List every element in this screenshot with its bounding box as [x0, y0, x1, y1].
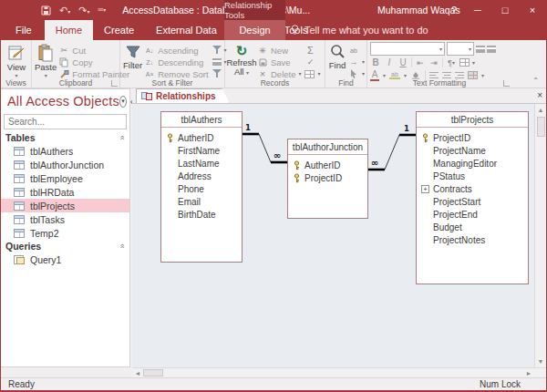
- field-row[interactable]: ProjectStart: [417, 195, 528, 208]
- collapse-ribbon-icon[interactable]: ⌃: [532, 77, 539, 85]
- table-box-tblauthers[interactable]: tblAuthers AutherID FirstName LastName A…: [160, 111, 243, 263]
- field-row[interactable]: Address: [161, 170, 242, 182]
- ascending-button[interactable]: A↓ Ascending: [144, 45, 208, 56]
- cut-button[interactable]: ✂ Cut: [58, 45, 129, 56]
- field-row[interactable]: Email: [161, 195, 242, 208]
- save-icon[interactable]: [41, 5, 51, 15]
- scroll-down-icon[interactable]: ▼: [535, 356, 547, 367]
- new-record-button[interactable]: ✳ New: [257, 45, 301, 56]
- field-row[interactable]: FirstName: [161, 144, 242, 157]
- nav-item-label: Temp2: [30, 228, 59, 239]
- field-row[interactable]: ProjectNotes: [417, 233, 528, 246]
- minimize-button[interactable]: ─: [464, 0, 491, 20]
- font-size-combo[interactable]: ▾: [447, 42, 474, 56]
- window-controls: ─ □ ×: [464, 0, 546, 20]
- find-button[interactable]: Find: [328, 42, 346, 70]
- field-row[interactable]: LastName: [161, 157, 242, 170]
- nav-item-tblauthorjunction[interactable]: tblAuthorJunction: [1, 158, 129, 171]
- relationships-tab-label: Relationships: [156, 91, 216, 101]
- totals-button[interactable]: Σ: [304, 45, 320, 56]
- increase-indent-icon[interactable]: ⇥: [428, 57, 439, 67]
- nav-item-temp2[interactable]: Temp2: [1, 226, 129, 240]
- tab-relationships[interactable]: Relationships: [136, 88, 230, 103]
- nav-menu-dropdown-icon[interactable]: ▼: [119, 96, 127, 108]
- table-title: tblProjects: [417, 112, 528, 128]
- nav-group-tables[interactable]: Tables »: [1, 131, 129, 144]
- field-row[interactable]: Phone: [161, 182, 242, 195]
- close-document-icon[interactable]: ×: [537, 90, 542, 100]
- scroll-up-icon[interactable]: ▲: [535, 104, 547, 116]
- text-formatting-dialog-launcher-icon[interactable]: [503, 80, 510, 87]
- paste-button[interactable]: Paste ▾: [35, 42, 57, 78]
- nav-item-query1[interactable]: Query1: [1, 253, 129, 266]
- table-box-tblauthorjunction[interactable]: tblAuthorJunction AutherID ProjectID: [287, 139, 368, 219]
- numbering-icon[interactable]: [487, 46, 496, 53]
- field-row[interactable]: ProjectID: [417, 131, 528, 144]
- goto-button[interactable]: →▾: [348, 57, 365, 67]
- help-button[interactable]: ?: [451, 0, 457, 20]
- field-row[interactable]: ProjectID: [288, 171, 367, 184]
- field-row[interactable]: Budget: [417, 221, 528, 233]
- clipboard-dialog-launcher-icon[interactable]: [111, 80, 118, 87]
- scroll-right-icon[interactable]: ►: [523, 368, 534, 377]
- tab-create[interactable]: Create: [93, 20, 145, 40]
- horizontal-scrollbar[interactable]: ◄ ►: [132, 367, 546, 377]
- tab-home[interactable]: Home: [45, 20, 93, 40]
- expand-icon[interactable]: +: [420, 185, 430, 193]
- decrease-indent-icon[interactable]: ⇤: [415, 57, 426, 67]
- scroll-left-icon[interactable]: ◄: [132, 368, 143, 377]
- titlebar: ↶▾ ↷▾ ═▾ AccessDatabase : Database- C:\U…: [1, 0, 546, 20]
- table-box-tblprojects[interactable]: tblProjects ProjectID ProjectName Managi…: [416, 111, 529, 284]
- field-row[interactable]: PStatus: [417, 170, 528, 182]
- field-row[interactable]: BirthDate: [161, 208, 242, 221]
- bullets-icon[interactable]: [476, 46, 485, 53]
- view-icon: [7, 44, 26, 62]
- field-row[interactable]: +Contracts: [417, 182, 528, 195]
- nav-item-label: tblEmployee: [30, 173, 83, 184]
- user-name[interactable]: Muhammad Waqas: [377, 0, 460, 20]
- spelling-button[interactable]: ✓: [304, 57, 320, 67]
- vertical-scrollbar-thumb[interactable]: [537, 117, 545, 137]
- nav-item-tblprojects[interactable]: tblProjects: [1, 199, 129, 212]
- maximize-button[interactable]: □: [491, 0, 519, 20]
- undo-icon[interactable]: ↶▾: [59, 5, 70, 15]
- nav-item-tbltasks[interactable]: tblTasks: [1, 212, 129, 226]
- relationships-canvas[interactable]: 1 ∞ ∞ 1 tblAuthers AutherID: [132, 104, 534, 367]
- bold-button[interactable]: B: [370, 57, 381, 67]
- field-row[interactable]: AutherID: [288, 159, 367, 171]
- filter-button[interactable]: Filter: [123, 42, 142, 70]
- search-input[interactable]: [5, 117, 132, 127]
- font-name-combo[interactable]: ▾: [370, 42, 445, 56]
- tab-design[interactable]: Design: [224, 20, 285, 40]
- field-row[interactable]: ProjectName: [417, 144, 528, 157]
- customize-qat-icon[interactable]: ═▾: [98, 6, 106, 14]
- gridlines-icon[interactable]: [459, 58, 470, 67]
- close-button[interactable]: ×: [519, 0, 546, 20]
- italic-button[interactable]: I: [384, 57, 395, 67]
- group-sort-filter: Filter A↓ Ascending Z↓ Descending A× Rem…: [120, 40, 225, 88]
- tab-external-data[interactable]: External Data: [145, 20, 228, 40]
- font-color-caret-icon: ▾: [383, 73, 386, 78]
- nav-group-queries[interactable]: Queries »: [1, 240, 129, 253]
- field-row[interactable]: ManagingEditor: [417, 157, 528, 170]
- nav-item-label: tblAuthers: [30, 146, 73, 157]
- horizontal-scrollbar-thumb[interactable]: [143, 369, 163, 377]
- nav-item-tblauthers[interactable]: tblAuthers: [1, 144, 129, 158]
- redo-icon[interactable]: ↷▾: [78, 5, 89, 15]
- save-record-button[interactable]: Save: [257, 57, 301, 67]
- underline-button[interactable]: U: [397, 57, 408, 67]
- tell-me-box[interactable]: Tell me what you want to do: [291, 20, 428, 40]
- view-button[interactable]: View ▾: [4, 42, 29, 78]
- field-row[interactable]: ProjectEnd: [417, 208, 528, 221]
- descending-button[interactable]: Z↓ Descending: [144, 57, 208, 67]
- cut-label: Cut: [72, 46, 86, 56]
- nav-item-tblhrdata[interactable]: tblHRData: [1, 185, 129, 199]
- refresh-all-button[interactable]: ↻ RefreshAll ▾: [228, 42, 255, 77]
- replace-button[interactable]: ab: [348, 45, 365, 56]
- text-direction-icon[interactable]: ¶▾: [446, 57, 457, 67]
- field-row[interactable]: AutherID: [161, 131, 242, 144]
- tab-file[interactable]: File: [3, 20, 45, 40]
- copy-button[interactable]: Copy: [58, 57, 129, 67]
- vertical-scrollbar[interactable]: ▲ ▼: [534, 104, 546, 367]
- nav-item-tblemployee[interactable]: tblEmployee: [1, 171, 129, 185]
